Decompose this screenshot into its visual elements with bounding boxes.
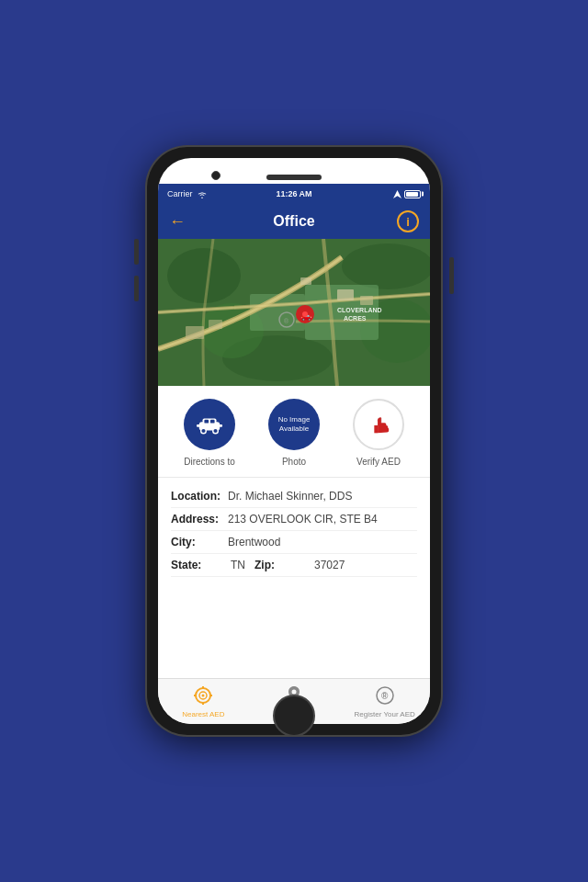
svg-point-26: [213, 428, 219, 434]
svg-rect-23: [204, 420, 209, 424]
battery-icon: [404, 190, 421, 198]
address-row: Address: 213 OVERLOOK CIR, STE B4: [171, 508, 417, 531]
info-section: Location: Dr. Michael Skinner, DDS Addre…: [158, 478, 430, 678]
directions-button[interactable]: [184, 399, 235, 450]
location-value: Dr. Michael Skinner, DDS: [228, 490, 352, 503]
state-value: TN: [231, 559, 245, 571]
verify-action[interactable]: Verify AED: [342, 399, 415, 468]
address-label: Address:: [171, 513, 228, 526]
speaker: [266, 175, 322, 180]
photo-action[interactable]: No Image Available Photo: [257, 399, 331, 468]
status-bar: Carrier 11:26 AM: [158, 184, 430, 204]
zip-label: Zip:: [254, 559, 311, 571]
register-aed-label: Register Your AED: [355, 710, 415, 718]
nav-header: ← Office i: [158, 204, 430, 239]
status-left: Carrier: [167, 189, 208, 198]
state-zip-row: State: TN Zip: 37027: [171, 554, 417, 577]
register-icon: ®: [376, 686, 394, 705]
power-button[interactable]: [449, 257, 454, 294]
tab-register-aed[interactable]: ® Register Your AED: [339, 679, 430, 724]
back-button[interactable]: ←: [169, 212, 191, 232]
state-half: State: TN: [171, 559, 245, 571]
svg-rect-24: [210, 420, 215, 424]
zip-value: 37027: [314, 559, 345, 571]
svg-text:®: ®: [284, 318, 289, 324]
city-value: Brentwood: [228, 536, 280, 548]
svg-rect-27: [197, 424, 200, 427]
svg-rect-9: [337, 289, 354, 300]
wifi-icon: [197, 190, 208, 198]
nearest-aed-icon: [194, 686, 212, 708]
nearest-aed-label: Nearest AED: [182, 710, 224, 718]
info-button[interactable]: i: [397, 210, 419, 232]
directions-action[interactable]: Directions to: [173, 399, 246, 468]
thumbs-up-icon: [366, 412, 391, 437]
svg-point-2: [167, 248, 241, 303]
location-arrow-icon: [393, 190, 401, 198]
verify-button[interactable]: [353, 399, 404, 450]
address-value: 213 OVERLOOK CIR, STE B4: [228, 513, 378, 526]
volume-up-button[interactable]: [134, 239, 139, 265]
page-title: Office: [273, 213, 314, 230]
svg-marker-0: [393, 190, 401, 198]
svg-rect-28: [219, 424, 222, 427]
city-label: City:: [171, 536, 228, 548]
location-row: Location: Dr. Michael Skinner, DDS: [171, 485, 417, 508]
zip-half: Zip: 37027: [254, 559, 345, 571]
map-svg: CLOVERLAND ACRES ® 🚗: [158, 239, 430, 386]
map-view[interactable]: CLOVERLAND ACRES ® 🚗: [158, 239, 430, 386]
status-time: 11:26 AM: [276, 189, 311, 198]
svg-rect-12: [186, 326, 204, 339]
svg-point-25: [201, 428, 207, 434]
home-button[interactable]: [273, 695, 315, 737]
tab-nearest-aed[interactable]: Nearest AED: [158, 679, 249, 724]
location-label: Location:: [171, 490, 228, 503]
carrier-label: Carrier: [167, 189, 193, 198]
svg-text:®: ®: [381, 691, 389, 701]
directions-label: Directions to: [184, 456, 235, 468]
target-icon: [194, 686, 212, 705]
svg-rect-10: [360, 296, 373, 305]
verify-label: Verify AED: [356, 456, 401, 468]
volume-down-button[interactable]: [134, 276, 139, 301]
svg-point-31: [202, 695, 205, 697]
svg-rect-11: [300, 277, 311, 285]
photo-button[interactable]: No Image Available: [268, 399, 320, 450]
phone-device: Carrier 11:26 AM: [147, 147, 441, 735]
city-row: City: Brentwood: [171, 531, 417, 554]
photo-label: Photo: [282, 456, 306, 468]
app-screen: Carrier 11:26 AM: [158, 158, 430, 724]
actions-row: Directions to No Image Available Photo: [158, 386, 430, 478]
camera-icon: [211, 171, 220, 180]
status-right: [393, 190, 421, 198]
no-image-text: No Image Available: [268, 413, 320, 436]
register-aed-icon: ®: [376, 686, 394, 708]
svg-text:ACRES: ACRES: [344, 315, 367, 322]
svg-point-20: [302, 311, 308, 317]
phone-screen: Carrier 11:26 AM: [158, 158, 430, 724]
svg-rect-13: [209, 320, 222, 329]
svg-point-36: [292, 690, 297, 695]
svg-text:CLOVERLAND: CLOVERLAND: [337, 307, 382, 313]
svg-point-3: [342, 243, 430, 289]
car-icon: [197, 414, 222, 435]
state-label: State:: [171, 559, 228, 571]
